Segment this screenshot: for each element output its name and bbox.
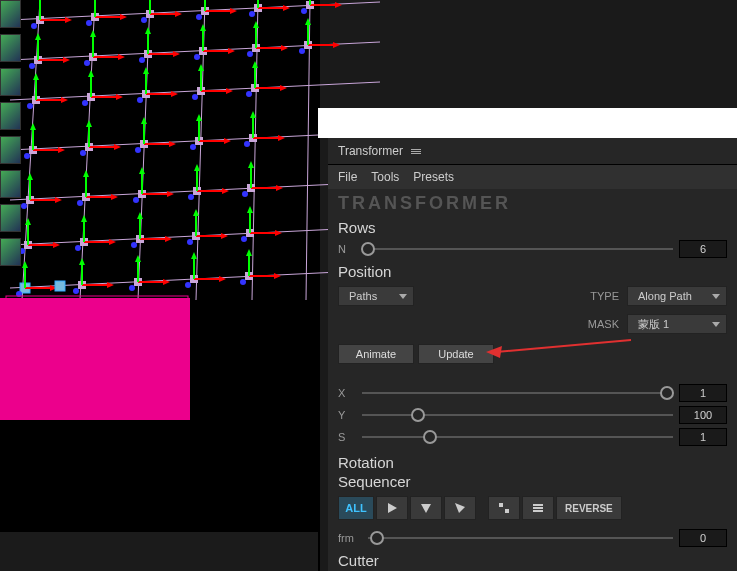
svg-point-102 bbox=[137, 97, 143, 103]
section-position: Position bbox=[328, 260, 737, 282]
svg-marker-45 bbox=[335, 2, 342, 8]
svg-marker-185 bbox=[81, 215, 87, 222]
svg-point-126 bbox=[80, 150, 86, 156]
svg-marker-51 bbox=[63, 57, 70, 63]
arrow-diag-icon bbox=[453, 501, 467, 515]
svg-marker-125 bbox=[86, 120, 92, 127]
svg-marker-89 bbox=[33, 73, 39, 80]
thumbnail[interactable] bbox=[0, 170, 21, 198]
logo: TRANSFORMER bbox=[328, 189, 737, 216]
panel-header: Transformer bbox=[328, 138, 737, 165]
svg-point-168 bbox=[188, 194, 194, 200]
svg-marker-155 bbox=[83, 170, 89, 177]
thumbnail[interactable] bbox=[0, 238, 21, 266]
seq-right-button[interactable] bbox=[376, 496, 408, 520]
thumbnail[interactable] bbox=[0, 102, 21, 130]
value-frm[interactable]: 0 bbox=[679, 529, 727, 547]
dropdown-mask[interactable]: 蒙版 1 bbox=[627, 314, 727, 334]
svg-point-174 bbox=[242, 191, 248, 197]
dropdown-paths[interactable]: Paths bbox=[338, 286, 414, 306]
label-n: N bbox=[338, 243, 356, 255]
svg-marker-232 bbox=[274, 273, 281, 279]
svg-point-90 bbox=[27, 103, 33, 109]
svg-point-198 bbox=[187, 239, 193, 245]
svg-marker-39 bbox=[283, 5, 290, 11]
menu-presets[interactable]: Presets bbox=[413, 170, 454, 184]
menu-file[interactable]: File bbox=[338, 170, 357, 184]
seq-justify-button[interactable] bbox=[522, 496, 554, 520]
svg-marker-77 bbox=[253, 21, 259, 28]
axis-grid-svg bbox=[0, 0, 380, 330]
svg-marker-201 bbox=[275, 230, 282, 236]
slider-s[interactable] bbox=[362, 429, 673, 445]
svg-marker-71 bbox=[200, 24, 206, 31]
thumbnail[interactable] bbox=[0, 136, 21, 164]
seq-all-button[interactable]: ALL bbox=[338, 496, 374, 520]
slider-frm[interactable] bbox=[368, 530, 673, 546]
selected-layer-box[interactable] bbox=[0, 298, 190, 420]
timeline-area[interactable] bbox=[0, 531, 318, 571]
value-y[interactable]: 100 bbox=[679, 406, 727, 424]
svg-marker-143 bbox=[250, 111, 256, 118]
update-button[interactable]: Update bbox=[418, 344, 494, 364]
svg-point-36 bbox=[196, 14, 202, 20]
value-x[interactable]: 1 bbox=[679, 384, 727, 402]
svg-marker-149 bbox=[27, 173, 33, 180]
panel-menu-icon[interactable] bbox=[411, 148, 421, 155]
label-x: X bbox=[338, 387, 356, 399]
svg-point-72 bbox=[194, 54, 200, 60]
menu-tools[interactable]: Tools bbox=[371, 170, 399, 184]
svg-marker-239 bbox=[455, 503, 465, 513]
svg-point-114 bbox=[246, 91, 252, 97]
svg-marker-87 bbox=[61, 97, 68, 103]
seq-reverse-button[interactable]: REVERSE bbox=[556, 496, 622, 520]
svg-point-162 bbox=[133, 197, 139, 203]
transformer-panel: Transformer File Tools Presets TRANSFORM… bbox=[328, 138, 737, 571]
section-cutter: Cutter bbox=[328, 546, 737, 571]
svg-point-150 bbox=[21, 203, 27, 209]
dropdown-type-value: Along Path bbox=[638, 290, 692, 302]
svg-marker-111 bbox=[280, 85, 287, 91]
random-icon bbox=[497, 501, 511, 515]
svg-point-186 bbox=[75, 245, 81, 251]
svg-point-235 bbox=[240, 279, 246, 285]
svg-point-144 bbox=[244, 141, 250, 147]
slider-n[interactable] bbox=[362, 241, 673, 257]
svg-marker-195 bbox=[221, 233, 228, 239]
value-n[interactable]: 6 bbox=[679, 240, 727, 258]
svg-marker-234 bbox=[246, 249, 252, 256]
seq-random-button[interactable] bbox=[488, 496, 520, 520]
arrow-right-icon bbox=[385, 501, 399, 515]
svg-rect-241 bbox=[505, 509, 509, 513]
svg-point-138 bbox=[190, 144, 196, 150]
value-s[interactable]: 1 bbox=[679, 428, 727, 446]
dropdown-type[interactable]: Along Path bbox=[627, 286, 727, 306]
svg-marker-173 bbox=[248, 161, 254, 168]
thumbnail-strip bbox=[0, 0, 21, 300]
svg-marker-179 bbox=[25, 218, 31, 225]
svg-marker-141 bbox=[278, 135, 285, 141]
slider-x[interactable] bbox=[362, 385, 673, 401]
thumbnail[interactable] bbox=[0, 0, 21, 28]
arrow-down-icon bbox=[419, 501, 433, 515]
thumbnail[interactable] bbox=[0, 68, 21, 96]
thumbnail[interactable] bbox=[0, 34, 21, 62]
animate-button[interactable]: Animate bbox=[338, 344, 414, 364]
svg-point-229 bbox=[185, 282, 191, 288]
slider-y[interactable] bbox=[362, 407, 673, 423]
svg-point-42 bbox=[249, 11, 255, 17]
sequencer-toolbar: ALL REVERSE bbox=[328, 492, 737, 524]
svg-marker-101 bbox=[143, 67, 149, 74]
comp-viewport[interactable] bbox=[0, 0, 320, 571]
seq-diag-button[interactable] bbox=[444, 496, 476, 520]
svg-marker-161 bbox=[139, 167, 145, 174]
svg-marker-209 bbox=[22, 261, 28, 268]
svg-marker-131 bbox=[141, 117, 147, 124]
lines-icon bbox=[531, 501, 545, 515]
thumbnail[interactable] bbox=[0, 204, 21, 232]
label-mask: MASK bbox=[583, 318, 619, 330]
seq-down-button[interactable] bbox=[410, 496, 442, 520]
svg-marker-191 bbox=[137, 212, 143, 219]
section-rows: Rows bbox=[328, 216, 737, 238]
svg-point-18 bbox=[31, 23, 37, 29]
